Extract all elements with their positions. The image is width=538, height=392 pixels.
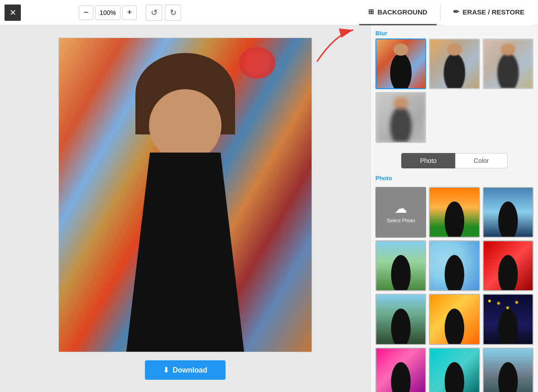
zoom-out-button[interactable]: − [79,5,93,20]
close-button[interactable]: ✕ [5,5,21,21]
tab-color[interactable]: Color [455,153,507,168]
bg-ocean[interactable] [483,187,533,238]
zoom-controls: − 100% + [79,5,137,20]
tab-photo[interactable]: Photo [401,153,455,168]
bg-mountain[interactable] [375,294,426,344]
tab-separator [440,5,441,21]
bg-city-gray[interactable] [483,348,533,392]
history-controls: ↺ ↻ [146,5,181,21]
download-button[interactable]: ⬇ Download [145,360,225,380]
toolbar: ✕ − 100% + ↺ ↻ ⊞ BACKGROUND ✏ ERASE / RE… [0,0,538,25]
main-content: ⬇ Download Blur [0,25,538,392]
tab-erase-restore[interactable]: ✏ ERASE / RESTORE [444,0,533,25]
bg-neon[interactable] [375,348,426,392]
photo-grid: ☁ Select Photo [375,187,533,392]
canvas-image [58,38,312,352]
bg-red-abstract[interactable] [483,240,533,291]
bg-teal[interactable] [429,348,480,392]
bg-city-orange[interactable] [429,294,480,344]
blur-section: Blur [375,30,533,147]
canvas-area: ⬇ Download [0,25,370,392]
zoom-in-button[interactable]: + [122,5,137,20]
download-icon: ⬇ [163,366,169,374]
select-photo-label: Select Photo [387,218,415,223]
blur-thumbnails [375,38,533,143]
blur-thumb-1[interactable] [375,38,426,89]
select-photo-button[interactable]: ☁ Select Photo [375,187,426,238]
photo-label: Photo [375,175,533,182]
eraser-icon: ✏ [453,8,459,16]
sub-tabs: Photo Color [375,153,533,168]
bg-bokeh[interactable] [429,240,480,291]
redo-button[interactable]: ↻ [165,5,181,21]
bg-night[interactable] [483,294,533,344]
right-panel: Blur [370,25,538,392]
blur-thumb-4[interactable] [375,92,426,143]
undo-button[interactable]: ↺ [146,5,162,21]
blur-thumb-3[interactable] [483,38,533,89]
bg-beach-sunset[interactable] [429,187,480,238]
upload-icon: ☁ [394,201,407,216]
blur-label: Blur [375,30,533,37]
bg-palm[interactable] [375,240,426,291]
zoom-value-display: 100% [95,5,120,20]
blur-thumb-2[interactable] [429,38,480,89]
tab-background[interactable]: ⊞ BACKGROUND [359,0,437,25]
layers-icon: ⊞ [368,8,374,16]
